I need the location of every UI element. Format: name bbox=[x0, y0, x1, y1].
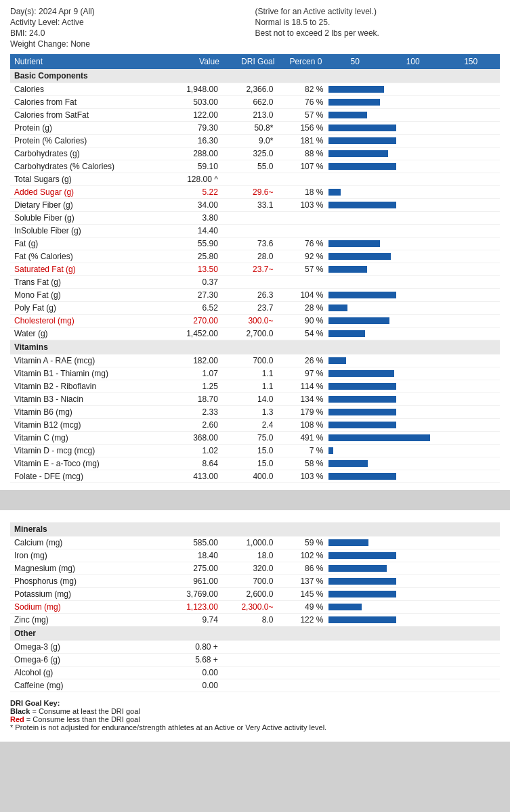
dri-goal: 9.0* bbox=[224, 135, 279, 148]
bar-cell bbox=[326, 355, 500, 367]
table-row: Calories 1,948.00 2,366.0 82 % bbox=[10, 83, 500, 96]
dri-key-label: DRI Goal Key: bbox=[10, 699, 500, 707]
nutrient-name: Vitamin E - a-Toco (mg) bbox=[10, 457, 168, 470]
nutrient-name: Protein (% Calories) bbox=[10, 135, 168, 148]
percent-value: 145 % bbox=[278, 588, 326, 601]
bar-fill bbox=[328, 396, 396, 403]
table-header-row: Nutrient Value DRI Goal Percen 0 50 100 … bbox=[10, 54, 500, 69]
col-50: 50 bbox=[326, 54, 384, 69]
bar-area bbox=[328, 589, 450, 599]
percent-value bbox=[278, 641, 326, 654]
table-row: Alcohol (g) 0.00 bbox=[10, 667, 500, 679]
nutrient-value: 3,769.00 bbox=[168, 588, 224, 601]
bar-fill bbox=[328, 240, 380, 247]
section-minerals: Minerals bbox=[10, 522, 500, 537]
percent-value: 134 % bbox=[278, 393, 326, 406]
dri-goal: 1.3 bbox=[224, 406, 279, 419]
bar-area bbox=[328, 265, 450, 274]
percent-value: 90 % bbox=[278, 315, 326, 328]
nutrient-value: 1,452.00 bbox=[168, 328, 224, 340]
table-row: Phosphorus (mg) 961.00 700.0 137 % bbox=[10, 575, 500, 588]
nutrient-value: 961.00 bbox=[168, 575, 224, 588]
bar-area bbox=[328, 407, 450, 417]
nutrient-value: 275.00 bbox=[168, 562, 224, 575]
nutrient-value: 6.52 bbox=[168, 302, 224, 315]
nutrient-value: 1,123.00 bbox=[168, 601, 224, 614]
bar-area bbox=[328, 472, 450, 481]
table-row: Protein (g) 79.30 50.8* 156 % bbox=[10, 122, 500, 135]
protein-note: * Protein is not adjusted for endurance/… bbox=[10, 723, 500, 731]
table-row: Vitamin B2 - Riboflavin 1.25 1.1 114 % bbox=[10, 380, 500, 393]
bar-fill bbox=[328, 460, 368, 467]
bar-cell bbox=[326, 614, 500, 627]
bar-fill bbox=[328, 266, 367, 273]
dri-goal: 2,700.0 bbox=[224, 328, 279, 340]
percent-value: 156 % bbox=[278, 122, 326, 135]
bar-fill bbox=[328, 604, 362, 610]
bar-fill bbox=[328, 409, 396, 415]
dri-goal: 50.8* bbox=[224, 122, 279, 135]
nutrient-value: 18.40 bbox=[168, 549, 224, 562]
table-row: Water (g) 1,452.00 2,700.0 54 % bbox=[10, 328, 500, 340]
percent-value bbox=[278, 667, 326, 679]
dri-goal: 33.1 bbox=[224, 199, 279, 212]
meta-days: Day(s): 2024 Apr 9 (All) bbox=[10, 7, 255, 16]
percent-value: 179 % bbox=[278, 406, 326, 419]
percent-value: 26 % bbox=[278, 355, 326, 367]
percent-value: 28 % bbox=[278, 302, 326, 315]
dri-goal: 8.0 bbox=[224, 614, 279, 627]
table-row: Poly Fat (g) 6.52 23.7 28 % bbox=[10, 302, 500, 315]
black-note: Black = Consume at least the DRI goal bbox=[10, 707, 500, 715]
dri-goal: 320.0 bbox=[224, 562, 279, 575]
red-note: Red = Consume less than the DRI goal bbox=[10, 715, 500, 723]
dri-goal: 23.7~ bbox=[224, 263, 279, 276]
bar-cell bbox=[326, 537, 500, 549]
dri-goal: 75.0 bbox=[224, 432, 279, 445]
dri-goal: 15.0 bbox=[224, 457, 279, 470]
nutrient-name: Calories from Fat bbox=[10, 96, 168, 109]
percent-value: 97 % bbox=[278, 367, 326, 380]
bar-area bbox=[328, 290, 450, 300]
bar-area bbox=[328, 85, 450, 94]
bar-fill bbox=[328, 137, 396, 144]
dri-goal: 662.0 bbox=[224, 96, 279, 109]
table-row: Vitamin B1 - Thiamin (mg) 1.07 1.1 97 % bbox=[10, 367, 500, 380]
dri-goal bbox=[224, 654, 279, 667]
dri-goal: 15.0 bbox=[224, 445, 279, 457]
percent-value: 107 % bbox=[278, 160, 326, 173]
bar-fill bbox=[328, 473, 396, 480]
percent-value: 181 % bbox=[278, 135, 326, 148]
nutrient-value: 14.40 bbox=[168, 225, 224, 238]
bar-cell bbox=[326, 315, 500, 328]
table-row: Potassium (mg) 3,769.00 2,600.0 145 % bbox=[10, 588, 500, 601]
bar-cell bbox=[326, 289, 500, 302]
nutrient-name: Carbohydrates (% Calories) bbox=[10, 160, 168, 173]
bar-cell bbox=[326, 601, 500, 614]
nutrient-value: 3.80 bbox=[168, 212, 224, 225]
bar-area bbox=[328, 433, 450, 443]
bar-fill bbox=[328, 370, 394, 377]
nutrient-value: 503.00 bbox=[168, 96, 224, 109]
bar-cell bbox=[326, 470, 500, 483]
nutrient-name: Zinc (mg) bbox=[10, 614, 168, 627]
bar-area bbox=[328, 369, 450, 378]
nutrient-value: 5.68 + bbox=[168, 654, 224, 667]
percent-value bbox=[278, 225, 326, 238]
bar-cell bbox=[326, 562, 500, 575]
nutrient-name: Dietary Fiber (g) bbox=[10, 199, 168, 212]
bar-area bbox=[328, 538, 450, 547]
table-row: Caffeine (mg) 0.00 bbox=[10, 679, 500, 692]
nutrient-name: Protein (g) bbox=[10, 122, 168, 135]
nutrient-name: Fat (% Calories) bbox=[10, 250, 168, 263]
nutrient-name: Vitamin B1 - Thiamin (mg) bbox=[10, 367, 168, 380]
meta-note2: Normal is 18.5 to 25. bbox=[255, 18, 501, 27]
col-value: Value bbox=[168, 54, 224, 69]
nutrient-name: Calcium (mg) bbox=[10, 537, 168, 549]
col-100: 100 bbox=[384, 54, 442, 69]
meta-note1: (Strive for an Active activity level.) bbox=[255, 7, 501, 16]
percent-value bbox=[278, 173, 326, 186]
bar-fill bbox=[328, 565, 387, 572]
bar-area bbox=[328, 551, 450, 560]
bar-cell bbox=[326, 328, 500, 340]
nutrient-value: 128.00 ^ bbox=[168, 173, 224, 186]
